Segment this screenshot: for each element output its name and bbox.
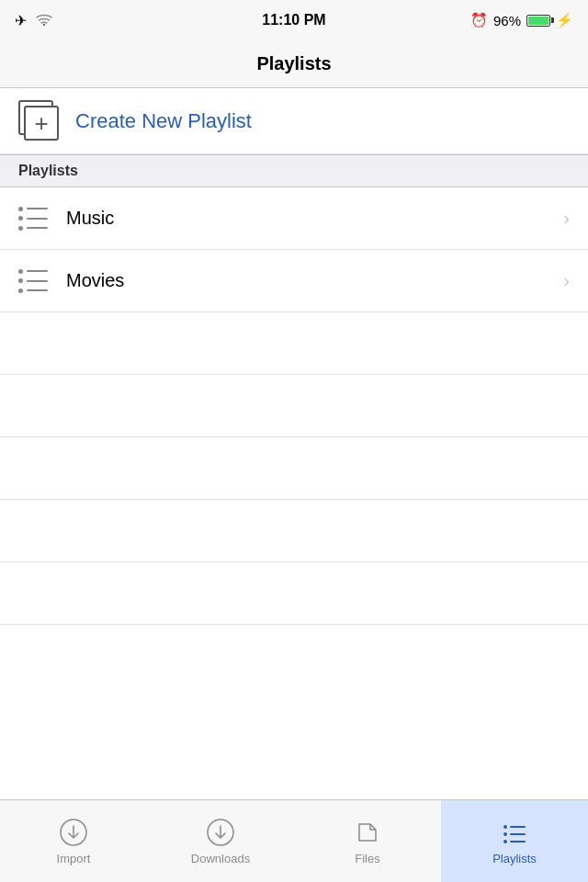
create-playlist-label: Create New Playlist (75, 109, 252, 133)
tab-bar: Import Downloads Files (0, 799, 588, 882)
tab-import[interactable]: Import (0, 800, 147, 882)
list-label-movies: Movies (66, 270, 563, 291)
section-header: Playlists (0, 154, 588, 187)
status-time: 11:10 PM (262, 12, 325, 28)
nav-title: Playlists (256, 53, 331, 74)
status-bar: ✈ 11:10 PM ⏰ 96% ⚡ (0, 0, 588, 40)
chevron-icon-movies: › (563, 270, 570, 291)
svg-point-5 (503, 832, 507, 836)
chevron-icon-music: › (563, 208, 570, 229)
bolt-icon: ⚡ (556, 12, 573, 28)
wifi-icon (36, 13, 52, 28)
tab-downloads[interactable]: Downloads (147, 800, 294, 882)
status-left: ✈ (15, 12, 52, 29)
tab-playlists[interactable]: Playlists (441, 800, 588, 882)
nav-bar: Playlists (0, 40, 588, 88)
battery-icon (526, 15, 550, 27)
playlists-icon (499, 817, 530, 848)
tab-playlists-label: Playlists (492, 852, 537, 865)
create-playlist-icon: + (18, 100, 61, 142)
section-header-text: Playlists (18, 163, 78, 178)
empty-row-5 (0, 562, 588, 625)
list-item-movies[interactable]: Movies › (0, 250, 588, 312)
svg-point-7 (503, 840, 507, 843)
tab-files-label: Files (355, 852, 379, 865)
alarm-icon: ⏰ (470, 12, 488, 28)
import-icon (58, 817, 89, 848)
tab-import-label: Import (57, 852, 91, 865)
empty-row-1 (0, 312, 588, 375)
tab-files[interactable]: Files (294, 800, 441, 882)
files-icon (352, 817, 383, 848)
svg-point-0 (43, 24, 45, 26)
content: + Create New Playlist Playlists Music › … (0, 88, 588, 625)
list-item-music[interactable]: Music › (0, 187, 588, 250)
airplane-icon: ✈ (15, 12, 27, 29)
create-playlist-row[interactable]: + Create New Playlist (0, 88, 588, 154)
empty-row-4 (0, 500, 588, 562)
empty-row-3 (0, 437, 588, 500)
playlist-icon-music (18, 207, 48, 231)
tab-downloads-label: Downloads (191, 852, 250, 865)
svg-point-3 (503, 825, 507, 829)
downloads-icon (205, 817, 236, 848)
status-right: ⏰ 96% ⚡ (470, 12, 573, 28)
playlist-icon-movies (18, 269, 48, 293)
empty-row-2 (0, 375, 588, 437)
battery-percent: 96% (493, 13, 521, 28)
create-icon-front: + (24, 106, 59, 141)
list-label-music: Music (66, 208, 563, 229)
